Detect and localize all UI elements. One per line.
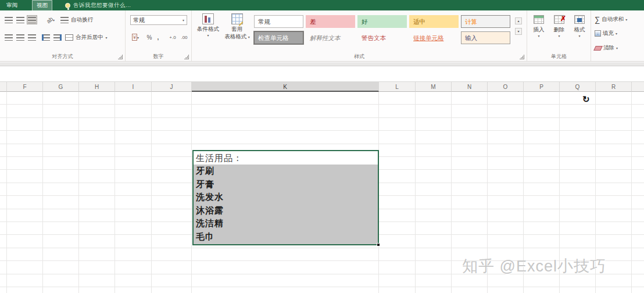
dialog-launcher-number[interactable] bbox=[184, 55, 189, 59]
cell-style-warning[interactable]: 警告文本 bbox=[357, 31, 407, 44]
accounting-format-button[interactable]: ¥ ▾ bbox=[128, 33, 143, 42]
conditional-formatting-button[interactable]: 条件格式 ▾ bbox=[194, 13, 222, 37]
fill-button[interactable]: ↓ 填充 ▾ bbox=[595, 30, 617, 37]
cell-style-explanatory[interactable]: 解释性文本 bbox=[306, 31, 355, 44]
align-left-button[interactable] bbox=[3, 33, 14, 42]
column-header-m[interactable]: M bbox=[416, 81, 452, 92]
cell-style-check-cell[interactable]: 检查单元格 bbox=[254, 31, 303, 44]
clear-button[interactable]: 清除 ▾ bbox=[595, 44, 618, 52]
grid-column[interactable] bbox=[632, 92, 644, 293]
grid-column[interactable] bbox=[152, 92, 192, 293]
chevron-down-icon: ▾ bbox=[137, 35, 139, 40]
column-header-partial[interactable] bbox=[0, 81, 7, 92]
merge-center-icon bbox=[65, 34, 73, 41]
cell-style-normal[interactable]: 常规 bbox=[254, 15, 303, 28]
column-header-k-selected[interactable]: K bbox=[192, 81, 379, 92]
increase-decimal-icon: +.0 bbox=[169, 35, 176, 40]
cell-style-input[interactable]: 输入 bbox=[461, 31, 510, 44]
decrease-indent-button[interactable] bbox=[41, 33, 51, 42]
grid-column[interactable] bbox=[115, 92, 152, 293]
column-header-q[interactable]: Q bbox=[560, 81, 596, 92]
ribbon: ab ▾ 自动换行 合并后居中 ▾ 对齐方式 常规 ▾ ¥ ▾ % , + bbox=[0, 10, 644, 62]
align-top-button[interactable] bbox=[3, 15, 14, 24]
cell-style-neutral[interactable]: 适中 bbox=[409, 15, 459, 28]
fill-handle[interactable] bbox=[377, 243, 380, 246]
decrease-decimal-button[interactable]: .00 bbox=[179, 33, 189, 42]
align-right-icon bbox=[28, 34, 36, 41]
delete-cells-icon: ✗ bbox=[554, 15, 564, 24]
group-editing: ∑ 自动求和 ▾ ↓ 填充 ▾ 清除 ▾ bbox=[591, 10, 644, 61]
wrap-text-icon bbox=[60, 17, 69, 23]
mouse-cursor-icon: ↻ bbox=[582, 94, 590, 105]
chevron-down-icon: ▾ bbox=[616, 46, 618, 50]
column-header-p[interactable]: P bbox=[524, 81, 560, 92]
sigma-icon: ∑ bbox=[595, 15, 600, 24]
increase-indent-icon bbox=[53, 34, 62, 41]
cell-style-good[interactable]: 好 bbox=[357, 15, 407, 28]
merge-center-button[interactable]: 合并后居中 ▾ bbox=[65, 33, 123, 42]
cell-style-calculation[interactable]: 计算 bbox=[461, 15, 510, 28]
tab-view[interactable]: 视图 bbox=[32, 0, 52, 11]
currency-icon: ¥ bbox=[132, 34, 137, 41]
tell-me-box[interactable]: 告诉我您想要做什么... bbox=[73, 2, 131, 9]
chevron-down-icon: ▾ bbox=[183, 18, 184, 22]
delete-cells-button[interactable]: ✗ 删除 ▾ bbox=[550, 15, 568, 38]
ribbon-bottom-strip bbox=[0, 62, 644, 66]
align-center-button[interactable] bbox=[15, 33, 26, 42]
increase-indent-button[interactable] bbox=[52, 33, 63, 42]
grid-column[interactable] bbox=[43, 92, 79, 293]
align-bottom-button[interactable] bbox=[27, 15, 37, 24]
tab-review[interactable]: 审阅 bbox=[2, 1, 22, 10]
column-header-h[interactable]: H bbox=[79, 81, 115, 92]
cell-text-title: 生活用品： bbox=[194, 151, 378, 165]
column-header-partial[interactable] bbox=[632, 81, 644, 92]
column-header-l[interactable]: L bbox=[379, 81, 416, 92]
group-label-alignment: 对齐方式 bbox=[0, 53, 125, 60]
cell-text-item: 牙膏 bbox=[196, 178, 378, 191]
dialog-launcher-alignment[interactable] bbox=[118, 55, 123, 59]
column-header-f[interactable]: F bbox=[7, 81, 43, 92]
insert-cells-button[interactable]: 插入 ▾ bbox=[529, 15, 548, 38]
column-header-i[interactable]: I bbox=[115, 81, 152, 92]
gallery-more-button[interactable]: ▾ bbox=[515, 28, 522, 35]
number-format-dropdown[interactable]: 常规 ▾ bbox=[130, 15, 187, 25]
comma-style-button[interactable]: , bbox=[155, 33, 162, 42]
cell-text-item-clipped: 毛巾 bbox=[196, 230, 378, 244]
increase-decimal-button[interactable]: +.0 bbox=[167, 33, 178, 42]
dialog-launcher-styles[interactable] bbox=[520, 55, 524, 59]
orientation-button[interactable]: ab ▾ bbox=[43, 15, 58, 24]
grid-column[interactable] bbox=[416, 92, 452, 293]
column-header-j[interactable]: J bbox=[152, 81, 192, 92]
group-label-styles: 样式 bbox=[192, 53, 527, 60]
group-cells: 插入 ▾ ✗ 删除 ▾ 格式 ▾ 单元格 bbox=[527, 10, 591, 61]
chevron-down-icon: ▾ bbox=[616, 31, 617, 35]
gallery-scroll-up-button[interactable]: ▴ bbox=[515, 17, 522, 24]
autosum-button[interactable]: ∑ 自动求和 ▾ bbox=[595, 15, 627, 24]
group-label-cells: 单元格 bbox=[527, 53, 591, 60]
align-middle-icon bbox=[16, 17, 24, 23]
grid-column[interactable] bbox=[7, 92, 43, 293]
format-as-table-button[interactable]: 套用 表格格式 ▾ bbox=[223, 13, 251, 41]
fill-icon: ↓ bbox=[595, 30, 601, 37]
watermark: 知乎 @Excel小技巧 bbox=[462, 256, 606, 277]
format-cells-icon bbox=[574, 15, 585, 24]
percent-icon: % bbox=[147, 34, 152, 41]
align-middle-button[interactable] bbox=[15, 15, 26, 24]
lightbulb-icon bbox=[65, 3, 70, 8]
format-cells-button[interactable]: 格式 ▾ bbox=[570, 15, 589, 38]
align-right-button[interactable] bbox=[27, 33, 37, 42]
grid-column[interactable] bbox=[79, 92, 115, 293]
column-header-o[interactable]: O bbox=[488, 81, 524, 92]
grid-column[interactable] bbox=[0, 92, 7, 293]
cell-style-linked-cell[interactable]: 链接单元格 bbox=[409, 31, 459, 44]
column-header-r[interactable]: R bbox=[596, 81, 632, 92]
percent-style-button[interactable]: % bbox=[145, 33, 153, 42]
column-header-g[interactable]: G bbox=[43, 81, 79, 92]
group-alignment: ab ▾ 自动换行 合并后居中 ▾ 对齐方式 bbox=[0, 10, 126, 61]
column-header-n[interactable]: N bbox=[452, 81, 488, 92]
comma-icon: , bbox=[158, 34, 159, 41]
active-cell-k[interactable]: 生活用品： 牙刷 牙膏 洗发水 沐浴露 洗洁精 毛巾 bbox=[192, 150, 379, 245]
wrap-text-button[interactable]: 自动换行 bbox=[60, 15, 119, 24]
grid-column[interactable] bbox=[379, 92, 416, 293]
cell-style-bad[interactable]: 差 bbox=[306, 15, 355, 28]
